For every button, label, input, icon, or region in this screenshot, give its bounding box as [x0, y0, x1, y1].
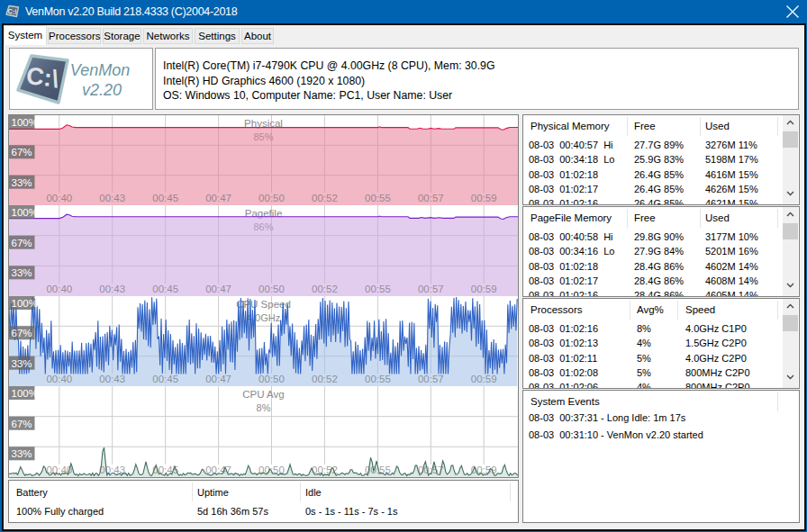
svg-text:00:40: 00:40	[46, 464, 72, 475]
svg-text:33%: 33%	[12, 358, 32, 369]
svg-text:00:45: 00:45	[152, 284, 178, 294]
svg-text:00:40: 00:40	[46, 284, 72, 294]
svg-text:00:50: 00:50	[258, 374, 285, 384]
svg-text:00:52: 00:52	[312, 284, 338, 294]
svg-text:00:45: 00:45	[152, 374, 178, 384]
svg-text:00:59: 00:59	[471, 193, 497, 203]
svg-text:00:52: 00:52	[312, 464, 338, 475]
svg-text:67%: 67%	[12, 238, 32, 248]
svg-text:00:59: 00:59	[471, 464, 497, 475]
svg-text:67%: 67%	[12, 419, 32, 429]
svg-text:00:55: 00:55	[365, 374, 391, 384]
svg-text:33%: 33%	[12, 177, 32, 188]
svg-text:00:57: 00:57	[418, 284, 444, 294]
svg-text:00:52: 00:52	[312, 374, 338, 384]
svg-text:00:47: 00:47	[205, 193, 231, 203]
svg-text:CPU Avg: CPU Avg	[242, 389, 284, 400]
svg-text:00:50: 00:50	[258, 193, 285, 203]
svg-text:100%: 100%	[12, 298, 38, 309]
svg-text:67%: 67%	[12, 147, 32, 158]
svg-text:00:43: 00:43	[99, 284, 125, 294]
svg-text:00:57: 00:57	[418, 464, 444, 475]
svg-text:33%: 33%	[12, 267, 32, 278]
svg-text:00:59: 00:59	[471, 374, 497, 384]
svg-text:00:50: 00:50	[258, 464, 285, 475]
svg-text:00:47: 00:47	[205, 464, 231, 475]
svg-text:00:50: 00:50	[258, 284, 285, 294]
svg-text:33%: 33%	[12, 448, 32, 459]
svg-text:8%: 8%	[257, 402, 271, 413]
svg-text:00:47: 00:47	[205, 374, 231, 384]
svg-text:00:40: 00:40	[46, 193, 72, 203]
svg-text:00:52: 00:52	[312, 193, 338, 203]
svg-text:00:55: 00:55	[365, 464, 391, 475]
svg-text:00:55: 00:55	[365, 193, 391, 203]
svg-text:00:43: 00:43	[99, 374, 125, 384]
svg-text:00:45: 00:45	[152, 464, 178, 475]
svg-text:00:57: 00:57	[418, 374, 444, 384]
svg-text:00:43: 00:43	[99, 464, 125, 475]
svg-text:00:59: 00:59	[471, 284, 497, 294]
svg-text:00:47: 00:47	[205, 284, 231, 294]
svg-text:00:40: 00:40	[46, 374, 72, 384]
svg-text:00:43: 00:43	[99, 193, 125, 203]
svg-text:00:55: 00:55	[365, 284, 391, 294]
svg-text:67%: 67%	[12, 328, 32, 338]
svg-text:Physical: Physical	[244, 118, 283, 129]
svg-text:100%: 100%	[12, 388, 38, 399]
svg-text:00:57: 00:57	[418, 193, 444, 203]
svg-text:00:45: 00:45	[152, 193, 178, 203]
svg-text:100%: 100%	[12, 207, 38, 218]
svg-text:100%: 100%	[12, 117, 38, 128]
